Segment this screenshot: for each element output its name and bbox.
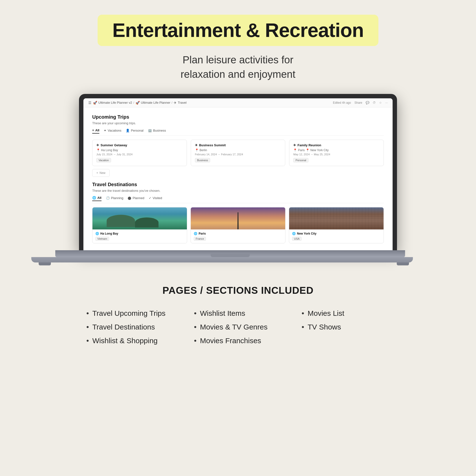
trip-dates-1: July 15, 2024 → July 31, 2024 <box>96 153 183 156</box>
filter-all-icon: ≡ <box>92 128 94 132</box>
filter-personal-icon: 👤 <box>126 129 130 132</box>
dest-img-paris <box>191 207 285 229</box>
dest-card-info-halong: 🌐 Ha Long Bay Vietnam <box>92 229 187 243</box>
dest-name-paris: 🌐 Paris <box>194 232 282 235</box>
filter-tab-business[interactable]: 🏢 Business <box>148 128 166 134</box>
pages-column-3: • Movies List • TV Shows <box>302 308 390 346</box>
dest-card-nyc[interactable]: 🌐 New York City USA <box>289 207 384 243</box>
trip-icon-3: ✈ <box>293 143 296 147</box>
location-icon-1: 📍 <box>96 149 100 152</box>
breadcrumb-planner-v2[interactable]: Ultimate Life Planner v2 <box>98 101 132 104</box>
app-content: Upcoming Trips These are your upcoming t… <box>84 107 392 250</box>
dest-img-halong <box>92 207 187 229</box>
laptop-feet <box>36 262 411 265</box>
breadcrumb-travel[interactable]: Travel <box>178 101 187 104</box>
upcoming-trips-title: Upcoming Trips <box>92 114 384 120</box>
trip-badge-2: Business <box>195 158 210 162</box>
page-text-2-1: Wishlist Items <box>200 308 245 319</box>
list-item: • Wishlist & Shopping <box>86 336 174 346</box>
dest-card-paris[interactable]: 🌐 Paris France <box>190 207 286 243</box>
dest-cards-container: 🌐 Ha Long Bay Vietnam <box>92 207 384 243</box>
page-text-2-2: Movies & TV Genres <box>200 322 268 332</box>
trip-icon-1: ✈ <box>96 143 99 147</box>
list-item: • Wishlist Items <box>194 308 282 319</box>
dest-all-icon: 🌐 <box>92 196 96 200</box>
share-button[interactable]: Share <box>355 101 362 104</box>
trip-card-title-3: ✈ Family Reunion <box>293 143 380 147</box>
page-text-3-2: TV Shows <box>308 322 341 332</box>
filter-business-icon: 🏢 <box>148 129 152 132</box>
bullet-2-2: • <box>194 322 197 332</box>
dest-tab-all[interactable]: 🌐 All <box>92 196 102 201</box>
comment-icon[interactable]: 💬 <box>366 101 369 104</box>
dest-planning-icon: 🕐 <box>106 196 110 200</box>
trip-location-2: 📍 Berlin <box>195 149 281 152</box>
pages-column-2: • Wishlist Items • Movies & TV Genres • … <box>194 308 282 346</box>
dest-planned-icon: ⬤ <box>128 196 131 200</box>
trip-card-title-1: ✈ Summer Getaway <box>96 143 183 147</box>
filter-tab-vacations[interactable]: ✦ Vacations <box>104 128 121 134</box>
more-icon[interactable]: ··· <box>385 101 388 104</box>
dest-card-halong[interactable]: 🌐 Ha Long Bay Vietnam <box>92 207 187 243</box>
app-topbar: ☰ 🚀 Ultimate Life Planner v2 / 🚀 Ultimat… <box>84 98 392 107</box>
page-text-2-3: Movies Franchises <box>200 336 261 346</box>
new-trip-button[interactable]: + New <box>92 169 110 177</box>
trip-card-business[interactable]: ✈ Business Summit 📍 Berlin February 14, … <box>191 140 286 166</box>
list-item: • Movies Franchises <box>194 336 282 346</box>
laptop-bottom <box>55 250 405 257</box>
trip-card-summer[interactable]: ✈ Summer Getaway 📍 Ha Long Bay July 15, … <box>92 140 187 166</box>
upcoming-trips-desc: These are your upcoming trips. <box>92 121 384 125</box>
trip-icon-2: ✈ <box>195 143 198 147</box>
star-icon[interactable]: ☆ <box>379 101 382 104</box>
location-icon-3a: 📍 <box>293 149 297 152</box>
bullet-2-1: • <box>194 308 197 319</box>
bullet-1-3: • <box>86 336 89 346</box>
dest-tab-planning[interactable]: 🕐 Planning <box>106 196 123 201</box>
bottom-section: PAGES / SECTIONS INCLUDED • Travel Upcom… <box>67 285 409 346</box>
breadcrumb-planner[interactable]: Ultimate Life Planner <box>141 101 170 104</box>
filter-tab-all[interactable]: ≡ All <box>92 128 99 134</box>
trip-card-family[interactable]: ✈ Family Reunion 📍 Paris 📍 New York City <box>289 140 384 166</box>
dest-globe-icon-paris: 🌐 <box>194 232 197 235</box>
plus-icon: + <box>96 171 98 175</box>
breadcrumb: 🚀 Ultimate Life Planner v2 / 🚀 Ultimate … <box>93 101 331 105</box>
filter-tab-personal[interactable]: 👤 Personal <box>126 128 143 134</box>
topbar-right: Edited 4h ago Share 💬 ⏱ ☆ ··· <box>333 101 388 104</box>
app-window: ☰ 🚀 Ultimate Life Planner v2 / 🚀 Ultimat… <box>84 98 392 250</box>
location-icon-3b: 📍 <box>306 149 309 152</box>
trip-card-title-2: ✈ Business Summit <box>195 143 281 147</box>
trip-badge-1: Vacation <box>96 158 111 162</box>
destinations-title: Travel Destinations <box>92 182 384 187</box>
laptop-screen: ☰ 🚀 Ultimate Life Planner v2 / 🚀 Ultimat… <box>79 94 397 250</box>
trip-location-1: 📍 Ha Long Bay <box>96 149 183 152</box>
dest-globe-icon-halong: 🌐 <box>95 232 99 235</box>
header-section: Entertainment & Recreation Plan leisure … <box>10 15 466 82</box>
dest-tab-planned[interactable]: ⬤ Planned <box>128 196 144 201</box>
trip-cards-container: ✈ Summer Getaway 📍 Ha Long Bay July 15, … <box>92 140 384 166</box>
subtitle: Plan leisure activities for relaxation a… <box>181 53 295 82</box>
dest-country-halong: Vietnam <box>95 237 109 241</box>
bullet-1-1: • <box>86 308 89 319</box>
travel-icon: ✈ <box>174 101 177 105</box>
page-text-1-1: Travel Upcoming Trips <box>92 308 166 319</box>
breadcrumb-sep-2: / <box>171 101 172 104</box>
filter-vac-icon: ✦ <box>104 129 106 132</box>
clock-icon[interactable]: ⏱ <box>373 101 376 104</box>
dest-card-info-nyc: 🌐 New York City USA <box>289 229 384 243</box>
list-item: • Movies & TV Genres <box>194 322 282 332</box>
title-badge: Entertainment & Recreation <box>98 15 378 46</box>
trip-dates-3: May 12, 2024 → May 25, 2024 <box>293 153 380 156</box>
planner-icon: 🚀 <box>93 101 97 105</box>
dest-name-halong: 🌐 Ha Long Bay <box>95 232 184 235</box>
page-text-1-2: Travel Destinations <box>92 322 155 332</box>
planner-icon-2: 🚀 <box>136 101 140 105</box>
travel-destinations-section: Travel Destinations These are the travel… <box>92 182 384 243</box>
bullet-2-3: • <box>194 336 197 346</box>
dest-tab-visited[interactable]: ✓ Visited <box>149 196 162 201</box>
dest-country-nyc: USA <box>292 237 302 241</box>
destinations-desc: These are the travel destinations you've… <box>92 189 384 192</box>
trip-dates-2: February 14, 2024 → February 17, 2024 <box>195 153 281 156</box>
dest-img-nyc <box>289 207 384 229</box>
menu-icon[interactable]: ☰ <box>88 101 91 105</box>
pages-column-1: • Travel Upcoming Trips • Travel Destina… <box>86 308 174 346</box>
